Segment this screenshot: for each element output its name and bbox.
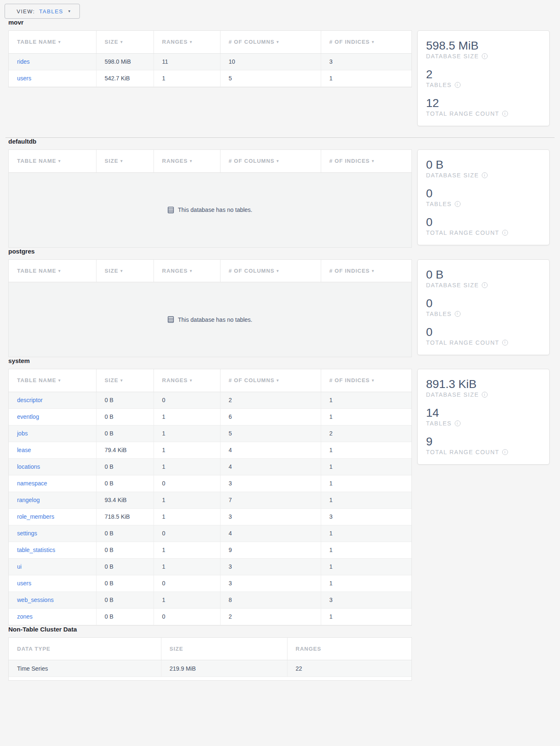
column-header-table-name[interactable]: TABLE NAME▼ [9, 31, 96, 53]
sort-arrow-icon: ▼ [119, 269, 124, 273]
table-name-link[interactable]: namespace [17, 480, 47, 487]
info-icon[interactable]: i [455, 201, 461, 207]
stat-database-size: 891.3 KiB DATABASE SIZEi [426, 377, 541, 398]
info-icon[interactable]: i [455, 311, 461, 317]
database-name: system [8, 357, 560, 365]
info-icon[interactable]: i [482, 392, 488, 398]
table-name-link[interactable]: rides [17, 58, 30, 65]
table-name-link[interactable]: users [17, 75, 31, 82]
info-icon[interactable]: i [455, 420, 461, 426]
info-icon[interactable]: i [455, 82, 461, 88]
column-header-indices[interactable]: # OF INDICES▼ [321, 31, 411, 53]
name-cell: descriptor [9, 392, 96, 408]
info-icon[interactable]: i [502, 111, 508, 117]
column-header-table-name[interactable]: TABLE NAME▼ [9, 150, 96, 172]
table-name-link[interactable]: rangelog [17, 497, 40, 503]
value-cell: 79.4 KiB [96, 442, 154, 458]
database-section-postgres: postgres TABLE NAME▼ SIZE▼ RANGES▼ # OF … [0, 248, 560, 358]
value-cell: 0 B [96, 425, 154, 442]
database-name: movr [8, 19, 560, 26]
value-cell: 0 B [96, 475, 154, 492]
value-cell: 22 [287, 660, 411, 677]
database-section-movr: movr TABLE NAME▼ SIZE▼ RANGES▼ # OF COLU… [0, 19, 560, 126]
table-name-link[interactable]: descriptor [17, 397, 42, 403]
column-header-size[interactable]: SIZE▼ [96, 31, 154, 53]
column-header-columns[interactable]: # OF COLUMNS▼ [220, 369, 321, 392]
stat-value: 0 [426, 215, 541, 229]
info-icon[interactable]: i [502, 340, 508, 346]
sort-arrow-icon: ▼ [189, 269, 193, 273]
info-icon[interactable]: i [482, 53, 488, 59]
view-dropdown-value: TABLES [39, 8, 63, 15]
table-icon [168, 206, 174, 214]
value-cell: 3 [220, 508, 321, 525]
table-name-link[interactable]: lease [17, 447, 31, 453]
stat-value: 0 B [426, 158, 541, 172]
column-header-size[interactable]: SIZE▼ [96, 369, 154, 392]
column-header-size[interactable]: SIZE▼ [96, 260, 154, 282]
stat-value: 9 [426, 435, 541, 448]
value-cell: 3 [220, 475, 321, 492]
table-name-link[interactable]: web_sessions [17, 597, 54, 603]
tables-table: TABLE NAME▼ SIZE▼ RANGES▼ # OF COLUMNS▼ … [8, 369, 412, 626]
table-name-link[interactable]: table_statistics [17, 547, 55, 553]
info-icon[interactable]: i [502, 230, 508, 236]
info-icon[interactable]: i [502, 449, 508, 455]
column-header-ranges: RANGES [287, 638, 411, 660]
column-header-ranges[interactable]: RANGES▼ [154, 260, 220, 282]
name-cell: users [9, 575, 96, 592]
stat-value: 891.3 KiB [426, 377, 541, 391]
column-header-columns[interactable]: # OF COLUMNS▼ [220, 260, 321, 282]
value-cell: 0 [154, 525, 220, 542]
value-cell: 6 [220, 408, 321, 425]
column-header-indices[interactable]: # OF INDICES▼ [321, 260, 411, 282]
column-header-columns[interactable]: # OF COLUMNS▼ [220, 31, 321, 53]
view-dropdown-button[interactable]: VIEW: TABLES ▾ [5, 4, 80, 19]
table-name-link[interactable]: jobs [17, 430, 28, 437]
table-name-link[interactable]: locations [17, 463, 40, 470]
table-name-link[interactable]: settings [17, 530, 37, 537]
value-cell: 1 [321, 558, 411, 575]
stat-value: 0 B [426, 268, 541, 281]
table-name-link[interactable]: role_members [17, 513, 54, 520]
table-name-link[interactable]: zones [17, 613, 32, 620]
stat-value: 12 [426, 96, 541, 110]
sort-arrow-icon: ▼ [276, 159, 280, 163]
database-summary-card: 598.5 MiB DATABASE SIZEi 2 TABLESi 12 TO… [417, 30, 550, 126]
table-header-row: TABLE NAME▼ SIZE▼ RANGES▼ # OF COLUMNS▼ … [9, 31, 411, 53]
table-body: Time Series219.9 MiB22 [9, 660, 411, 677]
name-cell: users [9, 70, 96, 87]
sort-arrow-icon: ▼ [119, 40, 124, 44]
database-name: defaultdb [8, 138, 560, 145]
info-icon[interactable]: i [482, 282, 488, 288]
table-row: ui0 B131 [9, 558, 411, 575]
column-header-size[interactable]: SIZE▼ [96, 150, 154, 172]
table-header-row: TABLE NAME▼ SIZE▼ RANGES▼ # OF COLUMNS▼ … [9, 260, 411, 282]
value-cell: 4 [220, 458, 321, 475]
table-name-link[interactable]: users [17, 580, 31, 587]
column-header-table-name[interactable]: TABLE NAME▼ [9, 260, 96, 282]
value-cell: 219.9 MiB [161, 660, 287, 677]
column-header-indices[interactable]: # OF INDICES▼ [321, 369, 411, 392]
table-name-link[interactable]: eventlog [17, 413, 39, 420]
column-header-ranges[interactable]: RANGES▼ [154, 31, 220, 53]
name-cell: web_sessions [9, 592, 96, 608]
empty-state-text: This database has no tables. [178, 206, 252, 213]
column-header-ranges[interactable]: RANGES▼ [154, 369, 220, 392]
column-header-columns[interactable]: # OF COLUMNS▼ [220, 150, 321, 172]
name-cell: role_members [9, 508, 96, 525]
value-cell: 0 B [96, 542, 154, 558]
table-name-link[interactable]: ui [17, 563, 22, 570]
table-row: namespace0 B031 [9, 475, 411, 492]
table-row: locations0 B141 [9, 458, 411, 475]
table-row: eventlog0 B161 [9, 408, 411, 425]
value-cell: 0 [154, 392, 220, 408]
column-header-ranges[interactable]: RANGES▼ [154, 150, 220, 172]
column-header-indices[interactable]: # OF INDICES▼ [321, 150, 411, 172]
column-header-table-name[interactable]: TABLE NAME▼ [9, 369, 96, 392]
non-table-data-table: DATA TYPE SIZE RANGES Time Series219.9 M… [8, 637, 412, 681]
info-icon[interactable]: i [482, 172, 488, 178]
stat-value: 598.5 MiB [426, 39, 541, 52]
section-title: Non-Table Cluster Data [8, 626, 560, 633]
sort-arrow-icon: ▼ [119, 378, 124, 383]
